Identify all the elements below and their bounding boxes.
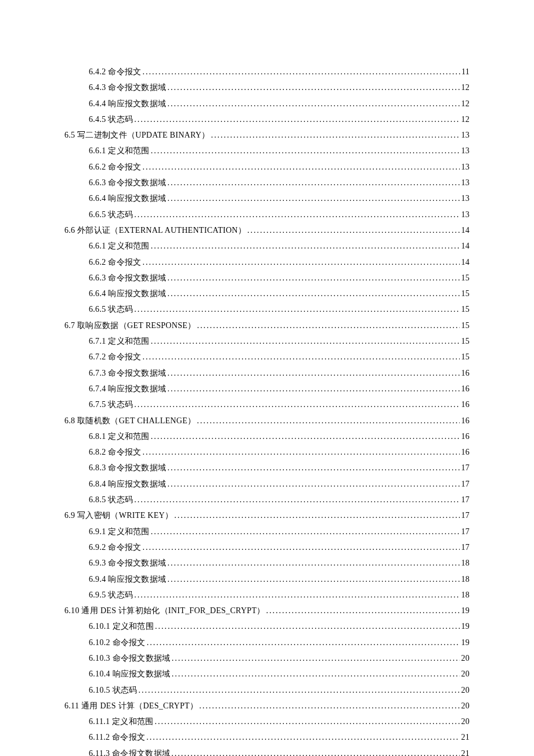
toc-entry-label: 6.6.3 命令报文数据域 [89, 175, 166, 190]
toc-entry-label: 6.7.4 响应报文数据域 [89, 381, 166, 397]
toc-entry[interactable]: 6.10.2 命令报文19 [89, 635, 470, 650]
toc-entry-label: 6.9.2 命令报文 [89, 539, 142, 555]
toc-entry-label: 6.6 外部认证（EXTERNAL AUTHENTICATION） [64, 222, 246, 238]
toc-entry-label: 6.4.5 状态码 [89, 111, 133, 127]
toc-entry-label: 6.11.1 定义和范围 [89, 714, 154, 729]
toc-entry[interactable]: 6.6.5 状态码13 [89, 207, 470, 222]
toc-entry[interactable]: 6.10.4 响应报文数据域20 [89, 666, 470, 682]
toc-entry[interactable]: 6.6.3 命令报文数据域15 [89, 270, 470, 286]
toc-entry-page: 12 [461, 80, 470, 95]
toc-entry-label: 6.6.2 命令报文 [89, 254, 142, 270]
toc-entry[interactable]: 6.8.2 命令报文16 [89, 444, 470, 460]
toc-entry[interactable]: 6.4.2 命令报文11 [89, 64, 470, 80]
toc-entry[interactable]: 6.9.2 命令报文17 [89, 539, 470, 555]
toc-entry[interactable]: 6.6.5 状态码15 [89, 301, 470, 317]
toc-entry[interactable]: 6.7.5 状态码16 [89, 397, 470, 412]
toc-leader-dots [211, 127, 460, 143]
toc-entry[interactable]: 6.4.3 命令报文数据域12 [89, 80, 470, 95]
toc-entry-label: 6.9 写入密钥（WRITE KEY） [64, 507, 173, 523]
toc-entry-label: 6.6.3 命令报文数据域 [89, 270, 166, 286]
toc-page: 6.4.2 命令报文116.4.3 命令报文数据域126.4.4 响应报文数据域… [0, 0, 534, 756]
toc-leader-dots [143, 254, 460, 270]
toc-entry[interactable]: 6.6.1 定义和范围13 [89, 143, 470, 159]
toc-entry-page: 21 [461, 729, 470, 745]
toc-leader-dots [143, 444, 460, 460]
toc-entry[interactable]: 6.11 通用 DES 计算（DES_CRYPT）20 [64, 698, 470, 714]
toc-leader-dots [151, 333, 460, 349]
toc-entry-label: 6.10.4 响应报文数据域 [89, 666, 171, 682]
toc-entry-label: 6.4.3 命令报文数据域 [89, 80, 166, 95]
toc-entry[interactable]: 6.9 写入密钥（WRITE KEY）17 [64, 507, 470, 523]
toc-entry-label: 6.8.4 响应报文数据域 [89, 476, 166, 492]
toc-entry[interactable]: 6.6 外部认证（EXTERNAL AUTHENTICATION）14 [64, 222, 470, 238]
toc-entry[interactable]: 6.9.1 定义和范围17 [89, 524, 470, 539]
toc-leader-dots [143, 539, 460, 555]
toc-entry[interactable]: 6.7 取响应数据（GET RESPONSE）15 [64, 318, 470, 333]
toc-entry[interactable]: 6.6.3 命令报文数据域13 [89, 175, 470, 190]
toc-leader-dots [134, 587, 460, 603]
toc-entry[interactable]: 6.11.1 定义和范围20 [89, 714, 470, 729]
toc-leader-dots [167, 96, 460, 111]
toc-entry[interactable]: 6.7.2 命令报文15 [89, 349, 470, 365]
toc-entry[interactable]: 6.6.4 响应报文数据域13 [89, 190, 470, 206]
toc-entry-page: 18 [461, 555, 470, 571]
toc-entry[interactable]: 6.6.4 响应报文数据域15 [89, 286, 470, 301]
toc-entry[interactable]: 6.6.2 命令报文13 [89, 159, 470, 175]
toc-leader-dots [172, 650, 460, 666]
toc-entry-label: 6.9.1 定义和范围 [89, 524, 150, 539]
toc-entry-page: 19 [461, 603, 470, 618]
toc-entry[interactable]: 6.9.3 命令报文数据域18 [89, 555, 470, 571]
toc-entry-page: 17 [461, 492, 470, 507]
toc-entry-page: 13 [461, 159, 470, 175]
toc-leader-dots [134, 492, 460, 507]
toc-entry-page: 20 [461, 682, 470, 698]
toc-entry[interactable]: 6.10.3 命令报文数据域20 [89, 650, 470, 666]
toc-entry-label: 6.8 取随机数（GET CHALLENGE） [64, 413, 196, 429]
toc-entry[interactable]: 6.4.4 响应报文数据域12 [89, 96, 470, 111]
toc-entry-label: 6.10.3 命令报文数据域 [89, 650, 171, 666]
toc-entry[interactable]: 6.8 取随机数（GET CHALLENGE）16 [64, 413, 470, 429]
toc-entry-page: 15 [461, 333, 470, 349]
toc-entry[interactable]: 6.7.4 响应报文数据域16 [89, 381, 470, 397]
toc-entry[interactable]: 6.9.5 状态码18 [89, 587, 470, 603]
toc-entry[interactable]: 6.10 通用 DES 计算初始化（INIT_FOR_DES_CRYPT）19 [64, 603, 470, 618]
toc-entry-page: 12 [461, 96, 470, 111]
toc-entry-page: 15 [461, 270, 470, 286]
toc-entry[interactable]: 6.7.1 定义和范围15 [89, 333, 470, 349]
toc-entry-page: 14 [461, 238, 470, 254]
toc-entry-page: 16 [461, 381, 470, 397]
toc-leader-dots [143, 64, 460, 80]
toc-entry[interactable]: 6.10.5 状态码20 [89, 682, 470, 698]
toc-entry[interactable]: 6.6.2 命令报文14 [89, 254, 470, 270]
toc-entry[interactable]: 6.8.4 响应报文数据域17 [89, 476, 470, 492]
toc-leader-dots [143, 159, 460, 175]
toc-entry[interactable]: 6.9.4 响应报文数据域18 [89, 571, 470, 587]
toc-entry[interactable]: 6.11.3 命令报文数据域21 [89, 746, 470, 756]
toc-entry-page: 13 [461, 143, 470, 159]
toc-entry[interactable]: 6.8.3 命令报文数据域17 [89, 460, 470, 476]
toc-entry[interactable]: 6.8.1 定义和范围16 [89, 429, 470, 444]
toc-entry-page: 17 [461, 507, 470, 523]
toc-entry-page: 20 [461, 698, 470, 714]
toc-entry[interactable]: 6.7.3 命令报文数据域16 [89, 365, 470, 381]
toc-entry[interactable]: 6.4.5 状态码12 [89, 111, 470, 127]
toc-leader-dots [167, 175, 460, 190]
toc-entry-page: 18 [461, 587, 470, 603]
toc-leader-dots [146, 729, 460, 745]
toc-entry[interactable]: 6.10.1 定义和范围19 [89, 618, 470, 634]
toc-entry-label: 6.4.2 命令报文 [89, 64, 142, 80]
toc-entry-label: 6.6.5 状态码 [89, 207, 133, 222]
toc-entry[interactable]: 6.5 写二进制文件（UPDATE BINARY）13 [64, 127, 470, 143]
table-of-contents: 6.4.2 命令报文116.4.3 命令报文数据域126.4.4 响应报文数据域… [64, 64, 470, 756]
toc-entry-label: 6.5 写二进制文件（UPDATE BINARY） [64, 127, 210, 143]
toc-entry[interactable]: 6.8.5 状态码17 [89, 492, 470, 507]
toc-entry-label: 6.9.4 响应报文数据域 [89, 571, 166, 587]
toc-entry-page: 16 [461, 444, 470, 460]
toc-leader-dots [167, 381, 460, 397]
toc-leader-dots [151, 429, 460, 444]
toc-entry[interactable]: 6.11.2 命令报文21 [89, 729, 470, 745]
toc-entry[interactable]: 6.6.1 定义和范围14 [89, 238, 470, 254]
toc-entry-page: 17 [461, 460, 470, 476]
toc-leader-dots [167, 365, 460, 381]
toc-leader-dots [143, 349, 460, 365]
